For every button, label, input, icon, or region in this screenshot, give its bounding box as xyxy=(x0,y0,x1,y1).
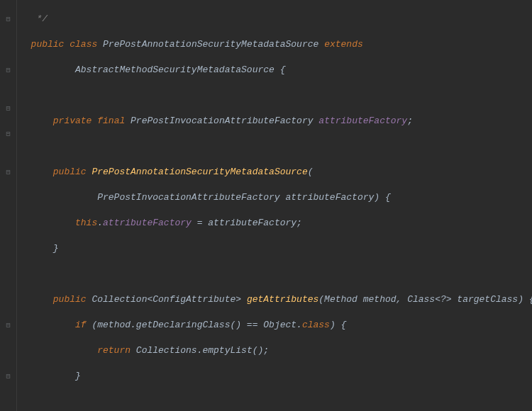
condition-text: (method.getDeclaringClass() == Object. xyxy=(92,320,301,330)
code-line: public Collection<ConfigAttribute> getAt… xyxy=(20,293,532,306)
code-line: } xyxy=(20,242,532,255)
code-line xyxy=(20,140,532,153)
keyword-public: public xyxy=(53,294,87,305)
fold-toggle-icon[interactable]: ⊟ xyxy=(4,169,12,176)
code-line: this.attributeFactory = attributeFactory… xyxy=(20,217,532,230)
assignment: = attributeFactory; xyxy=(192,218,302,228)
constructor-params: PrePostInvocationAttributeFactory attrib… xyxy=(97,192,390,203)
code-line: public class PrePostAnnotationSecurityMe… xyxy=(20,38,532,51)
brace-close: } xyxy=(75,371,81,381)
fold-toggle-icon[interactable]: ⊟ xyxy=(4,105,12,113)
field-name: attributeFactory xyxy=(318,116,407,126)
code-line xyxy=(20,395,532,408)
paren-open: ( xyxy=(308,167,314,177)
method-params: (Method method, Class<?> targetClass) { xyxy=(318,294,532,305)
code-line: if (method.getDeclaringClass() == Object… xyxy=(20,319,532,332)
keyword-extends: extends xyxy=(324,39,363,50)
keyword-this: this xyxy=(75,218,97,228)
call-end: (); xyxy=(253,345,269,356)
code-line xyxy=(20,89,532,102)
fold-toggle-icon[interactable]: ⊟ xyxy=(4,373,12,381)
fold-toggle-icon[interactable]: ⊟ xyxy=(4,130,12,138)
superclass-text: AbstractMethodSecurityMetadataSource { xyxy=(75,64,285,75)
class-name: PrePostAnnotationSecurityMetadataSource xyxy=(103,39,318,50)
code-line: */ xyxy=(20,13,532,26)
keyword-public: public xyxy=(53,167,87,177)
code-line: } xyxy=(20,370,532,383)
keyword-private: private xyxy=(53,116,92,126)
call-qualifier: Collections. xyxy=(136,345,203,356)
fold-toggle-icon[interactable]: ⊟ xyxy=(4,67,12,74)
field-ref: attributeFactory xyxy=(103,218,192,228)
keyword-final: final xyxy=(97,116,125,126)
dot: . xyxy=(97,218,103,228)
comment-end: */ xyxy=(20,13,48,24)
keyword-return: return xyxy=(97,345,131,356)
code-editor[interactable]: */ public class PrePostAnnotationSecurit… xyxy=(17,0,532,411)
fold-toggle-icon[interactable]: ⊟ xyxy=(4,322,12,330)
code-line: return Collections.emptyList(); xyxy=(20,344,532,357)
semicolon: ; xyxy=(407,116,413,126)
code-line: AbstractMethodSecurityMetadataSource { xyxy=(20,64,532,77)
fold-toggle-icon[interactable]: ⊟ xyxy=(4,16,12,23)
type-name: PrePostInvocationAttributeFactory xyxy=(131,116,313,126)
keyword-class: class xyxy=(70,39,97,50)
constructor-name: PrePostAnnotationSecurityMetadataSource xyxy=(92,167,307,177)
keyword-public: public xyxy=(31,39,65,50)
code-line: private final PrePostInvocationAttribute… xyxy=(20,115,532,128)
static-call: emptyList xyxy=(202,345,252,356)
editor-gutter: ⊟ ⊟ ⊟ ⊟ ⊟ ⊟ ⊟ xyxy=(0,0,17,411)
code-line: public PrePostAnnotationSecurityMetadata… xyxy=(20,166,532,179)
keyword-class: class xyxy=(302,320,330,330)
method-name: getAttributes xyxy=(247,294,318,305)
code-line xyxy=(20,268,532,281)
keyword-if: if xyxy=(75,320,87,330)
return-type: Collection<ConfigAttribute> xyxy=(92,294,241,305)
brace-close: } xyxy=(53,243,59,254)
condition-end: ) { xyxy=(330,320,346,330)
code-line: PrePostInvocationAttributeFactory attrib… xyxy=(20,191,532,204)
